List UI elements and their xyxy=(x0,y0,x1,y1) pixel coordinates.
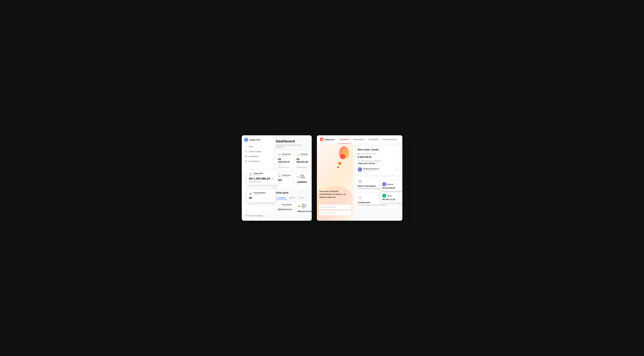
sidebar-item-fornecedores[interactable]: Fornecedores xyxy=(243,159,271,164)
company-name: Padaria São Marcos xyxy=(363,168,395,170)
config-feature-desc: Gerencie as informações da sua empresa. xyxy=(358,204,398,206)
right-header: SpikeCash Dashboard Antecipações Concili… xyxy=(317,135,402,144)
svg-point-9 xyxy=(246,215,247,216)
negociado-float-note: 450 Notas fiscais xyxy=(249,181,276,183)
blob4 xyxy=(337,166,339,168)
simulation-inputs: Escolha uma data ∨ Insira um valor xyxy=(319,205,351,217)
antecip-row: ↗ Valor total para antecipação xyxy=(358,160,398,162)
home-icon: ⌂ xyxy=(245,145,247,148)
disponivel-note: 16 Notas fiscais xyxy=(278,167,291,169)
sidebar-item-investidores[interactable]: Investidores xyxy=(243,154,271,159)
svg-point-21 xyxy=(360,181,360,182)
switch-company-label: Trocar de empresa xyxy=(249,215,263,217)
nav-antecipacoes[interactable]: Antecipações xyxy=(351,137,366,142)
tab-completo[interactable]: Completo xyxy=(276,196,287,200)
page-subtitle: Informações em tempo real do seu program… xyxy=(276,144,308,148)
spikecash-logo-icon xyxy=(320,138,324,141)
brand-logo: SpikeCash xyxy=(320,138,335,141)
negociado-float-sublabel: Valor total xyxy=(254,174,263,176)
bank-card-nubank: N Nubank R$ 916.825,00 xyxy=(380,180,402,191)
blob3 xyxy=(338,162,342,165)
right-nav: Dashboard Antecipações Conciliações Cont… xyxy=(338,137,399,142)
bottom-cards: 📄 Descontado Valor total R$39.221.873,15… xyxy=(276,201,308,215)
portfolio-label: Valor total em carteira xyxy=(362,153,376,155)
sidebar-logo xyxy=(244,138,248,142)
tab-mensal[interactable]: Mensal xyxy=(288,196,297,200)
ofertado-sublabel: Valor total xyxy=(301,155,308,157)
sidebar-item-inicio[interactable]: ⌂ Início xyxy=(243,144,271,149)
valor-pagar-label: Valor a pagar xyxy=(302,204,312,207)
operacoes-label: Operações xyxy=(282,174,291,176)
stone-value: R$ 300.111,00 xyxy=(382,198,402,200)
negociado-float-value: R$ 1.455.989,20 BRL xyxy=(249,177,276,180)
svg-rect-3 xyxy=(245,156,247,156)
nubank-name: Nubank xyxy=(387,183,393,185)
svg-rect-5 xyxy=(245,161,246,162)
portfolio-icon xyxy=(358,153,360,155)
company-info: Padaria São Marcos 99.837.691/0001-40 xyxy=(363,168,395,171)
fornecedores-float-icon: ▦ xyxy=(249,192,253,195)
svg-rect-6 xyxy=(246,161,247,161)
taxa-label: Taxa média xyxy=(300,174,308,178)
main-content: Dashboard Informações em tempo real do s… xyxy=(273,135,312,221)
operacoes-sublabel: Quantidade xyxy=(282,176,291,178)
disponivel-sublabel: Valor total xyxy=(282,155,291,157)
card-descontado: 📄 Descontado Valor total R$39.221.873,15… xyxy=(276,201,294,215)
bank-cards-area: N Nubank R$ 916.825,00 S Stone R$ 300.11… xyxy=(380,180,402,204)
nav-dashboard[interactable]: Dashboard xyxy=(338,137,351,142)
tab-anual[interactable]: Anual xyxy=(297,196,305,200)
nav-contas-bancarias[interactable]: Contas bancárias xyxy=(381,137,399,142)
company-doc: 99.837.691/0001-40 xyxy=(363,170,395,171)
taxa-icon xyxy=(296,175,299,178)
company-switcher-icon[interactable]: ⌄ xyxy=(269,139,270,141)
disponivel-value: R$ 216.570,72 BRL xyxy=(278,158,291,166)
sidebar-item-contas[interactable]: ▤ Contas a pagar xyxy=(243,149,271,154)
sidebar-label-fornecedores: Fornecedores xyxy=(249,160,260,162)
svg-point-1 xyxy=(246,139,246,140)
bank-card-stone: S Stone R$ 300.111,00 xyxy=(380,192,402,202)
blob2 xyxy=(340,154,345,159)
svg-rect-7 xyxy=(246,161,247,162)
antecip-value[interactable]: Clique para calcular xyxy=(358,162,375,165)
nubank-value: R$ 916.825,00 xyxy=(382,187,402,189)
sidebar-nav: ⌂ Início ▤ Contas a pagar Inves xyxy=(242,144,273,164)
negociado-float-icon: 📋 xyxy=(249,172,253,176)
ofertado-label: Ofertado xyxy=(301,153,308,155)
nubank-icon: N xyxy=(382,182,386,186)
antecip-label: Valor total para antecipação xyxy=(362,160,381,162)
card-taxa-media: Taxa média Diário 1,80000% a.m xyxy=(294,172,310,189)
valor-pagar-sublabel: Total xyxy=(302,207,312,209)
company-row: PA Padaria São Marcos 99.837.691/0001-40… xyxy=(358,166,398,173)
date-input[interactable]: Escolha uma data ∨ xyxy=(319,205,351,209)
valor-pagar-value: R$39.221.873,15 xyxy=(298,210,312,212)
ofertado-value: R$ 500.831,00 B... xyxy=(296,158,308,166)
nav-conciliacoes[interactable]: Conciliações xyxy=(366,137,380,142)
card-operacoes: Operações Quantidade 200 xyxy=(276,172,293,189)
stone-name: Stone xyxy=(387,195,392,197)
card-disponivel: Disponível Valor total R$ 216.570,72 BRL… xyxy=(276,151,293,171)
svg-point-20 xyxy=(359,180,361,182)
switch-company-button[interactable]: Trocar de empresa xyxy=(243,213,271,218)
floating-card-negociado: 📋 Negociado Valor total R$ 1.455.989,20 … xyxy=(247,170,278,185)
operacoes-icon xyxy=(278,174,281,178)
negociado-float-label: Negociado xyxy=(254,172,263,174)
value-input[interactable]: Insira um valor xyxy=(319,211,351,215)
descontado-sublabel: Valor total xyxy=(282,205,292,207)
svg-rect-19 xyxy=(358,154,360,155)
welcome-greeting: Bem vindo, Camila. xyxy=(358,148,398,151)
sidebar-label-contas: Contas a pagar xyxy=(249,151,261,153)
refresh-icon[interactable]: ↻ xyxy=(376,162,378,165)
taxa-sublabel: Diário xyxy=(300,178,308,179)
floating-card-fornecedores: ▦ Fornecedores Operados 80 xyxy=(247,190,276,202)
page-title: Dashboard xyxy=(276,139,308,143)
portfolio-row: Valor total em carteira xyxy=(358,153,398,155)
svg-rect-18 xyxy=(321,212,322,214)
disponivel-icon xyxy=(278,154,281,157)
brand-name: SpikeCash xyxy=(325,138,335,141)
company-avatar: PA xyxy=(358,168,362,172)
svg-rect-17 xyxy=(321,206,322,208)
svg-rect-13 xyxy=(278,175,281,176)
company-swap-icon[interactable]: ⇄ xyxy=(396,169,398,171)
portfolio-value: 6.449.445,00 xyxy=(358,156,398,159)
section-visao-geral: Visão geral xyxy=(276,191,308,194)
